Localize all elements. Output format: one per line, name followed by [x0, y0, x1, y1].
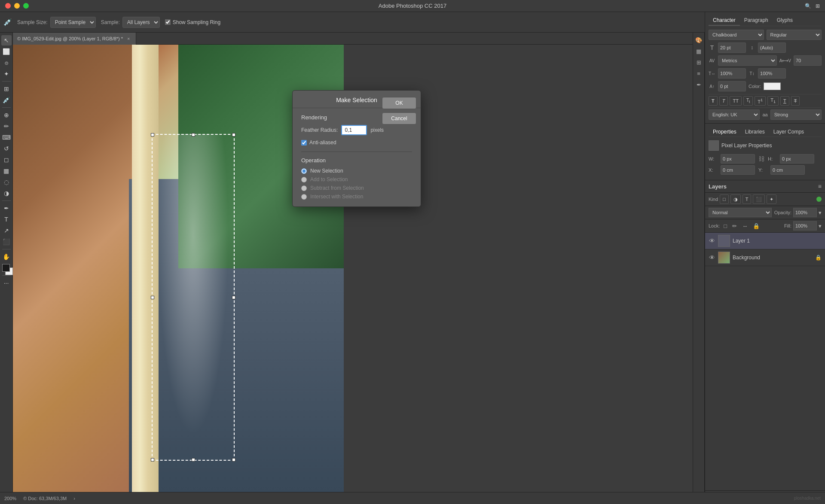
opacity-input[interactable]	[793, 208, 817, 217]
history-brush-tool[interactable]: ↺	[1, 143, 12, 154]
subscript-button[interactable]: T1	[767, 96, 779, 106]
radio-subtract-selection-input[interactable]	[301, 185, 307, 191]
superscript-button[interactable]: T1	[755, 96, 766, 106]
opacity-stepper[interactable]: ▾	[819, 209, 822, 216]
arrange-icon[interactable]: ⊞	[816, 3, 820, 9]
swatches-panel-btn[interactable]: ▦	[694, 46, 703, 56]
ok-button[interactable]: OK	[382, 97, 416, 109]
sample-size-select[interactable]: Point Sample	[50, 17, 96, 28]
hand-tool[interactable]: ✋	[1, 252, 12, 262]
channels-panel-btn[interactable]: ≡	[694, 69, 703, 78]
radio-new-selection-input[interactable]	[301, 168, 307, 174]
language-select[interactable]: English: UK	[709, 109, 760, 120]
cancel-button[interactable]: Cancel	[382, 112, 416, 124]
show-sampling-ring-label[interactable]: Show Sampling Ring	[165, 19, 220, 25]
move-tool[interactable]: ↖	[1, 35, 12, 46]
x-input[interactable]	[721, 165, 755, 175]
lock-paint-btn[interactable]: ✏	[731, 222, 738, 230]
fill-input[interactable]	[793, 221, 817, 231]
font-family-select[interactable]: Chalkboard	[709, 30, 764, 40]
y-input[interactable]	[770, 165, 805, 175]
brush-tool[interactable]: ✏	[1, 121, 12, 131]
lock-position-btn[interactable]: ↔	[741, 222, 749, 230]
crop-tool[interactable]: ⊞	[1, 84, 12, 94]
shape-tool[interactable]: ⬛	[1, 237, 12, 247]
eraser-tool[interactable]: ◻	[1, 155, 12, 165]
italic-button[interactable]: T	[719, 96, 728, 106]
anti-alias-select[interactable]: Strong	[770, 109, 822, 120]
color-swatch[interactable]	[764, 82, 781, 90]
v-scale-input[interactable]	[758, 68, 786, 79]
bold-button[interactable]: T	[709, 96, 718, 106]
tab-libraries[interactable]: Libraries	[741, 127, 769, 137]
allcaps-button[interactable]: TT	[730, 96, 741, 106]
anti-alias-checkbox[interactable]	[301, 140, 307, 146]
leading-input[interactable]	[758, 43, 786, 53]
layers-menu-button[interactable]: ≡	[818, 183, 822, 190]
doc-size-arrow[interactable]: ›	[73, 496, 75, 501]
paths-panel-btn[interactable]: ✒	[694, 80, 703, 89]
smallcaps-button[interactable]: Tt	[743, 96, 753, 106]
search-icon[interactable]: 🔍	[805, 3, 811, 9]
tab-layer-comps[interactable]: Layer Comps	[769, 127, 808, 137]
fill-stepper[interactable]: ▾	[819, 223, 822, 229]
layer-visibility-icon-1[interactable]: 👁	[709, 237, 715, 244]
minimize-button[interactable]	[14, 3, 20, 9]
anti-alias-row: Anti-aliased	[301, 140, 412, 146]
layer-item-layer1[interactable]: 👁 Layer 1	[705, 233, 825, 249]
font-size-input[interactable]	[718, 43, 746, 53]
magic-wand-tool[interactable]: ✦	[1, 69, 12, 79]
color-panel-btn[interactable]: 🎨	[694, 35, 703, 45]
healing-brush-tool[interactable]: ⊕	[1, 110, 12, 120]
more-tools[interactable]: ···	[1, 278, 12, 288]
gradient-tool[interactable]: ▦	[1, 166, 12, 176]
height-input[interactable]	[780, 154, 814, 164]
text-tool[interactable]: T	[1, 214, 12, 225]
h-scale-input[interactable]	[718, 68, 746, 79]
anti-alias-label[interactable]: Anti-aliased	[309, 140, 336, 146]
sample-select[interactable]: All Layers	[122, 17, 160, 28]
tab-properties[interactable]: Properties	[709, 127, 741, 137]
adjustments-panel-btn[interactable]: ⊞	[694, 58, 703, 67]
strikethrough-button[interactable]: T	[791, 96, 800, 106]
dialog-body: Rendering Feather Radius: pixels Anti-al…	[293, 108, 421, 200]
layer-item-background[interactable]: 👁 Background 🔒	[705, 249, 825, 266]
font-style-select[interactable]: Regular	[767, 30, 822, 40]
kerning-select[interactable]: Metrics	[718, 55, 777, 66]
tab-paragraph[interactable]: Paragraph	[740, 15, 773, 26]
close-button[interactable]	[5, 3, 11, 9]
blur-tool[interactable]: ◌	[1, 177, 12, 187]
filter-type-btn[interactable]: T	[742, 194, 752, 204]
lock-transparent-btn[interactable]: □	[722, 222, 728, 230]
path-selection-tool[interactable]: ↗	[1, 225, 12, 236]
filter-smart-btn[interactable]: ✦	[767, 194, 776, 204]
tracking-input[interactable]	[794, 55, 822, 66]
show-sampling-ring-checkbox[interactable]	[165, 19, 171, 25]
maximize-button[interactable]	[23, 3, 29, 9]
eyedropper-tool[interactable]: 💉	[1, 95, 12, 105]
marquee-tool[interactable]: ⬜	[1, 46, 12, 57]
lasso-tool[interactable]: ⌾	[1, 58, 12, 68]
tab-close-button[interactable]: ×	[125, 36, 131, 42]
blend-mode-select[interactable]: Normal	[709, 208, 772, 217]
dodge-tool[interactable]: ◑	[1, 188, 12, 198]
feather-radius-input[interactable]	[341, 125, 367, 135]
baseline-input[interactable]	[718, 81, 746, 91]
pen-tool[interactable]: ✒	[1, 203, 12, 213]
filter-adjust-btn[interactable]: ◑	[730, 194, 741, 204]
layer-visibility-icon-bg[interactable]: 👁	[709, 254, 715, 261]
foreground-color-swatch[interactable]	[2, 264, 10, 272]
underline-button[interactable]: T	[780, 96, 789, 106]
clone-stamp-tool[interactable]: ⌨	[1, 132, 12, 143]
tab-character[interactable]: Character	[709, 15, 740, 26]
eyedropper-tool-icon[interactable]: 💉	[3, 18, 12, 26]
filter-shape-btn[interactable]: ⬛	[753, 194, 765, 204]
radio-intersect-selection-input[interactable]	[301, 194, 307, 200]
document-tab[interactable]: © IMG_0529-Edit.jpg @ 200% (Layer 1, RGB…	[13, 33, 136, 45]
tab-glyphs[interactable]: Glyphs	[773, 15, 797, 26]
radio-add-selection-input[interactable]	[301, 177, 307, 182]
width-input[interactable]	[721, 154, 755, 164]
lock-all-btn[interactable]: 🔒	[752, 222, 761, 230]
color-label: Color:	[749, 84, 761, 89]
filter-pixel-btn[interactable]: □	[720, 194, 729, 204]
